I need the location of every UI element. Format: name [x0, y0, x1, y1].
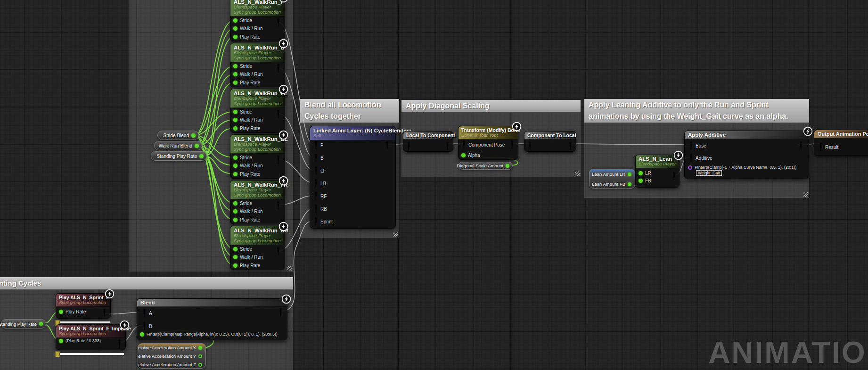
variable-pill-diagonal-scale-amount[interactable]: Diagonal Scale Amount [459, 162, 513, 170]
pose-input-pin[interactable] [314, 154, 318, 162]
stride-pin[interactable] [233, 64, 237, 68]
pose-output-pin[interactable] [276, 156, 280, 164]
node-play-als-n-sprint-f-impulse[interactable]: Play ALS_N_Sprint_F_Impulse Sync group L… [56, 324, 126, 350]
play-rate-pin[interactable] [233, 81, 237, 85]
walk-run-pin[interactable] [233, 26, 237, 31]
pose-input-pin[interactable] [314, 141, 318, 149]
variable-pill-stride-blend[interactable]: Stride Blend [157, 131, 199, 140]
node-blend[interactable]: Blend A B FInterp(Clamp(Map Range(Alpha,… [137, 298, 287, 340]
play-rate-pin[interactable] [233, 263, 237, 268]
pose-output-pin[interactable] [278, 308, 283, 316]
node-output-animation-pose[interactable]: Output Animation Pose Result [814, 130, 868, 156]
pose-output-pin[interactable] [276, 201, 280, 210]
play-rate-pin[interactable] [233, 35, 237, 39]
variable-pill-rel-accel-x[interactable]: Relative Acceleration Amount X [138, 344, 205, 352]
node-als-n-walkrun-fr[interactable]: ALS_N_WalkRun_FR Blendspace Player Sync … [230, 180, 285, 224]
pose-input-pin[interactable] [314, 217, 318, 226]
comment-header-blend-all[interactable]: Blend all Locomotion Cycles together [300, 99, 399, 123]
play-rate-pin[interactable] [233, 218, 237, 222]
comment-header-diagonal[interactable]: Apply Diagonal Scaling [401, 100, 581, 112]
variable-pill-rel-accel-z[interactable]: Relative Acceleration Amount Z [138, 361, 205, 369]
component-pose-input-pin[interactable] [528, 142, 532, 150]
pose-input-pin-a[interactable] [142, 309, 147, 317]
pose-output-pin[interactable] [276, 18, 280, 27]
walk-run-pin[interactable] [233, 164, 237, 168]
pose-output-pin[interactable] [276, 64, 280, 73]
walk-run-pin[interactable] [233, 118, 237, 122]
variable-pill-walk-run-blend[interactable]: Walk Run Blend [154, 141, 202, 150]
output-pin[interactable] [198, 346, 202, 350]
variable-pill-group-relative-acceleration[interactable]: Relative Acceleration Amount X Relative … [138, 343, 206, 369]
walk-run-pin[interactable] [233, 209, 237, 214]
pose-output-pin[interactable] [568, 142, 573, 150]
play-rate-pin[interactable] [59, 339, 63, 343]
output-pin[interactable] [39, 322, 43, 326]
output-pin[interactable] [628, 182, 631, 186]
output-pin[interactable] [199, 154, 204, 158]
pose-output-pin[interactable] [102, 308, 106, 317]
node-als-n-walkrun-fl[interactable]: ALS_N_WalkRun_FL Blendspace Player Sync … [230, 89, 285, 133]
output-pin[interactable] [198, 354, 202, 358]
pose-input-pin-b[interactable] [142, 322, 147, 330]
variable-pill-lean-amount-fb[interactable]: Lean Amount FB [590, 179, 635, 189]
animgraph-canvas[interactable]: ANIMATION Sprinting Cycles Blend all Loc… [0, 0, 868, 370]
variable-pill-rel-accel-y[interactable]: Relative Acceleration Amount Y [138, 352, 205, 361]
output-pin[interactable] [198, 363, 202, 367]
component-pose-input-pin[interactable] [462, 140, 466, 149]
pose-output-pin[interactable] [799, 141, 803, 150]
pose-input-pin[interactable] [314, 179, 318, 188]
node-als-n-walkrun-b[interactable]: ALS_N_WalkRun_B Blendspace Player Sync g… [230, 43, 285, 87]
comment-resize-handle[interactable] [393, 232, 398, 237]
variable-pill-standing-play-rate[interactable]: Standing Play Rate [151, 151, 207, 161]
stride-pin[interactable] [233, 201, 237, 206]
stride-pin[interactable] [233, 247, 237, 251]
node-als-n-lean[interactable]: ALS_N_Lean Blendspace Player LR FB [635, 155, 680, 188]
alpha-pin[interactable] [140, 332, 144, 337]
pose-output-pin[interactable] [276, 110, 280, 118]
stride-pin[interactable] [233, 156, 237, 160]
walk-run-pin[interactable] [233, 72, 237, 76]
pose-input-pin[interactable] [314, 166, 318, 175]
play-rate-pin[interactable] [233, 126, 237, 131]
comment-header-sprinting[interactable]: Sprinting Cycles [0, 277, 293, 289]
stride-pin[interactable] [233, 110, 237, 114]
pose-input-pin[interactable] [407, 142, 411, 150]
pose-output-pin[interactable] [385, 141, 389, 149]
comment-resize-handle[interactable] [803, 192, 808, 197]
comment-header-leaning[interactable]: Apply Leaning Additive to only the Run a… [584, 99, 809, 123]
alpha-pin[interactable] [461, 153, 466, 157]
output-pin[interactable] [191, 133, 196, 138]
pose-input-pin[interactable] [314, 205, 318, 213]
comment-resize-handle[interactable] [575, 172, 580, 176]
variable-pill-standing-play-rate-bottom[interactable]: Standing Play Rate [1, 319, 46, 329]
lr-pin[interactable] [639, 171, 643, 175]
output-pin[interactable] [506, 164, 509, 168]
walk-run-pin[interactable] [233, 255, 237, 259]
play-rate-pin[interactable] [233, 172, 237, 176]
alpha-curve-name-input[interactable]: Weight_Gait [696, 170, 722, 176]
variable-pill-group-lean-amount[interactable]: Lean Amount LR Lean Amount FB [589, 169, 635, 189]
play-rate-pin[interactable] [59, 310, 63, 314]
pose-output-pin[interactable] [117, 339, 122, 348]
node-transform-modify-bone[interactable]: Transform (Modify) Bone Bone: ik_foot_ro… [458, 126, 518, 160]
comment-resize-handle[interactable] [287, 266, 292, 271]
component-pose-output-pin[interactable] [445, 142, 450, 150]
node-component-to-local[interactable]: Component To Local [524, 131, 576, 152]
node-apply-additive[interactable]: Apply Additive Base Additive FInterp(Cla… [684, 131, 809, 179]
result-pose-input-pin[interactable] [819, 143, 823, 151]
component-pose-output-pin[interactable] [510, 140, 514, 149]
node-local-to-component[interactable]: Local To Component [403, 131, 453, 152]
node-als-n-walkrun-f[interactable]: ALS_N_WalkRun_F Blendspace Player Sync g… [230, 0, 285, 41]
variable-pill-lean-amount-lr[interactable]: Lean Amount LR [590, 169, 635, 179]
pose-input-pin[interactable] [689, 154, 693, 162]
node-play-als-n-sprint-f[interactable]: Play ALS_N_Sprint_F Sync group Locomotio… [56, 293, 111, 319]
node-als-n-walkrun-bl[interactable]: ALS_N_WalkRun_BL Blendspace Player Sync … [230, 134, 285, 179]
fb-pin[interactable] [639, 179, 643, 183]
node-als-n-walkrun-br[interactable]: ALS_N_WalkRun_BR Blendspace Player Sync … [230, 226, 285, 270]
pose-output-pin[interactable] [276, 247, 280, 255]
pose-output-pin[interactable] [672, 172, 676, 181]
node-linked-anim-layer-cycleblending[interactable]: Linked Anim Layer: (N) CycleBlending Sel… [310, 126, 396, 229]
output-pin[interactable] [195, 144, 199, 148]
alpha-curve-pin[interactable] [688, 165, 692, 170]
output-pin[interactable] [628, 173, 631, 176]
